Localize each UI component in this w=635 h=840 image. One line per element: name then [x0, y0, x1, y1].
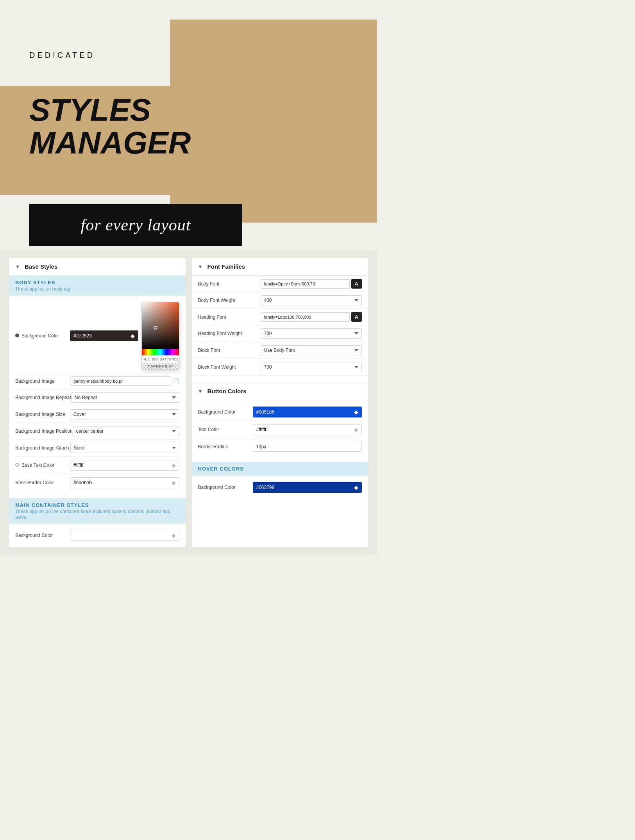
btn-bg-color-input[interactable]: #0d51d6 ◆: [253, 407, 362, 417]
btn-text-color-input[interactable]: #ffffff ◆: [253, 424, 362, 435]
background-color-row: Background Color #2e2623 ◆ HUE: [15, 299, 179, 373]
main-container-form: Background Color ◆: [9, 524, 186, 547]
bg-repeat-select[interactable]: No Repeat Repeat Repeat X Repeat Y: [71, 392, 179, 403]
body-font-weight-select[interactable]: 400 100 300 600 700 900: [261, 295, 362, 305]
bg-attach-select[interactable]: Scroll Fixed: [70, 443, 179, 453]
block-font-label: Block Font: [198, 348, 261, 353]
base-styles-header: ▼ Base Styles: [9, 258, 186, 276]
text-color-value: #ffffff: [73, 462, 84, 468]
btn-bg-color-row: Background Color #0d51d6 ◆: [198, 403, 362, 421]
hover-bg-color-label: Background Color: [198, 485, 253, 490]
body-font-weight-label: Body Font Weight: [198, 298, 261, 303]
btn-bg-dropper-icon[interactable]: ◆: [354, 409, 358, 415]
border-radius-row: Border Radius: [198, 439, 362, 455]
bg-repeat-control: No Repeat Repeat Repeat X Repeat Y: [71, 392, 179, 403]
body-styles-title: BODY STYLES: [15, 280, 179, 285]
bg-color-label: Background Color: [15, 333, 70, 339]
image-browse-icon[interactable]: 📄: [173, 378, 179, 384]
hover-bg-color-row: Background Color #063799 ◆: [198, 479, 362, 496]
bri-tab[interactable]: BRI: [151, 356, 159, 363]
text-color-radio[interactable]: [15, 463, 19, 467]
border-radius-input[interactable]: [253, 442, 362, 452]
button-colors-header: ▼ Button Colors: [192, 382, 368, 400]
color-gradient[interactable]: [142, 302, 179, 349]
hover-bg-color-input[interactable]: #063799 ◆: [253, 482, 362, 493]
heading-font-btn[interactable]: A: [351, 312, 362, 322]
main-bg-color-label: Background Color: [15, 533, 70, 538]
font-collapse-icon[interactable]: ▼: [198, 264, 203, 269]
heading-font-label: Heading Font: [198, 314, 261, 320]
heading-font-control: A: [261, 312, 362, 322]
bg-size-select[interactable]: Cover Contain Auto: [70, 409, 179, 419]
body-font-btn[interactable]: A: [351, 279, 362, 289]
heading-font-weight-row: Heading Font Weight 700 400 900: [192, 325, 368, 342]
styles-manager-title: STYLES MANAGER: [29, 94, 191, 159]
background-image-row: Background Image 📄: [15, 373, 179, 389]
sat-tab[interactable]: SAT: [159, 356, 168, 363]
bg-image-control: 📄: [70, 376, 179, 386]
block-font-weight-select[interactable]: 700 400 900: [261, 362, 362, 372]
main-bg-dropper-icon[interactable]: ◆: [172, 532, 176, 539]
hover-bg-color-control: #063799 ◆: [253, 482, 362, 493]
bg-position-control: center center top left top right bottom …: [73, 426, 179, 436]
block-font-control: Use Body Font Custom: [261, 345, 362, 355]
heading-font-input[interactable]: [261, 312, 350, 322]
border-dropper-icon[interactable]: ◆: [172, 480, 176, 486]
panels-container: ▼ Base Styles BODY STYLES These applies …: [0, 250, 377, 555]
text-color-input[interactable]: #ffffff ◆: [70, 460, 179, 471]
btn-text-color-label: Text Color: [198, 427, 253, 432]
bg-size-label: Background Image Size: [15, 412, 70, 417]
text-color-control: #ffffff ◆: [70, 460, 179, 471]
bg-repeat-label: Background Image Repeat: [15, 395, 71, 400]
collapse-icon[interactable]: ▼: [15, 264, 20, 269]
body-styles-form: Background Color #2e2623 ◆ HUE: [9, 296, 186, 494]
heading-font-weight-control: 700 400 900: [261, 328, 362, 339]
font-families-header: ▼ Font Families: [192, 258, 368, 276]
hero-section: DEDICATED STYLES MANAGER for every layou…: [0, 0, 377, 250]
btn-text-dropper-icon[interactable]: ◆: [354, 426, 358, 433]
button-collapse-icon[interactable]: ▼: [198, 389, 203, 394]
body-font-row: Body Font A: [192, 276, 368, 292]
main-container-header: MAIN CONTAINER STYLES These applies on t…: [9, 498, 186, 524]
main-bg-color-input[interactable]: ◆: [70, 530, 179, 541]
block-font-row: Block Font Use Body Font Custom: [192, 342, 368, 359]
text-dropper-icon[interactable]: ◆: [172, 462, 176, 468]
font-families-panel: ▼ Font Families Body Font A Body Font We…: [192, 258, 368, 547]
bg-size-row: Background Image Size Cover Contain Auto: [15, 406, 179, 423]
text-color-row: Base Text Color #ffffff ◆: [15, 457, 179, 474]
bg-color-radio[interactable]: [15, 334, 19, 337]
hover-bg-dropper-icon[interactable]: ◆: [354, 484, 358, 490]
border-color-input[interactable]: #ebebeb ◆: [70, 477, 179, 488]
wheel-tab[interactable]: WHEEL: [168, 356, 179, 363]
bg-color-control: #2e2623 ◆ HUE BRI SAT WHEEL: [70, 302, 179, 370]
hue-tab[interactable]: HUE: [142, 356, 151, 363]
bg-image-input[interactable]: [70, 376, 171, 386]
bg-size-control: Cover Contain Auto: [70, 409, 179, 419]
body-font-input[interactable]: [261, 279, 350, 289]
hover-colors-section: HOVER COLORS: [192, 462, 368, 476]
bg-color-input[interactable]: #2e2623 ◆: [70, 330, 138, 341]
body-font-control: A: [261, 279, 362, 289]
bg-repeat-row: Background Image Repeat No Repeat Repeat…: [15, 389, 179, 406]
heading-font-row: Heading Font A: [192, 309, 368, 325]
border-color-row: Base Border Color #ebebeb ◆: [15, 474, 179, 491]
color-spectrum[interactable]: [142, 349, 179, 355]
bg-image-label: Background Image: [15, 378, 70, 384]
dropper-icon[interactable]: ◆: [131, 333, 135, 339]
bg-position-label: Background Image Position: [15, 428, 73, 434]
border-color-value: #ebebeb: [73, 480, 92, 485]
button-colors-section: ▼ Button Colors Background Color #0d51d6…: [192, 382, 368, 458]
block-font-select[interactable]: Use Body Font Custom: [261, 345, 362, 355]
body-font-weight-control: 400 100 300 600 700 900: [261, 295, 362, 305]
transparent-option[interactable]: TRANSPARENT: [142, 363, 179, 369]
dedicated-label: DEDICATED: [29, 51, 95, 60]
border-radius-label: Border Radius: [198, 444, 253, 449]
button-colors-form: Background Color #0d51d6 ◆ Text Color #f…: [192, 400, 368, 458]
bg-position-select[interactable]: center center top left top right bottom …: [73, 426, 179, 436]
heading-font-weight-select[interactable]: 700 400 900: [261, 328, 362, 339]
block-font-weight-label: Block Font Weight: [198, 364, 261, 370]
bg-attach-row: Background Image Attach. Scroll Fixed: [15, 440, 179, 457]
gradient-circle[interactable]: [154, 326, 157, 330]
main-container-sub: These applies on the container block inc…: [15, 509, 179, 520]
btn-text-color-control: #ffffff ◆: [253, 424, 362, 435]
